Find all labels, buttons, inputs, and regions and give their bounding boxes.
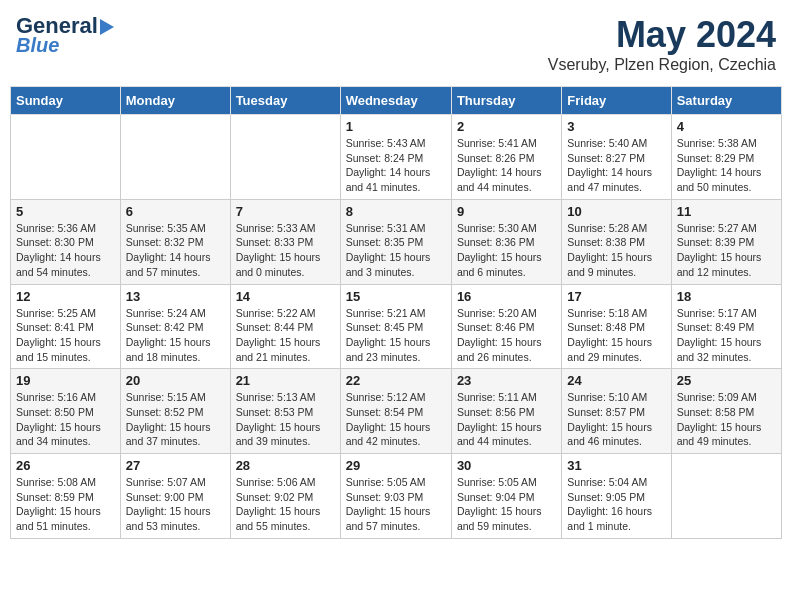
day-info: Sunrise: 5:07 AMSunset: 9:00 PMDaylight:… <box>126 475 225 534</box>
day-info: Sunrise: 5:18 AMSunset: 8:48 PMDaylight:… <box>567 306 665 365</box>
day-info: Sunrise: 5:06 AMSunset: 9:02 PMDaylight:… <box>236 475 335 534</box>
day-number: 23 <box>457 373 556 388</box>
day-info: Sunrise: 5:27 AMSunset: 8:39 PMDaylight:… <box>677 221 776 280</box>
calendar-cell: 19Sunrise: 5:16 AMSunset: 8:50 PMDayligh… <box>11 369 121 454</box>
day-number: 26 <box>16 458 115 473</box>
day-number: 5 <box>16 204 115 219</box>
calendar-cell: 8Sunrise: 5:31 AMSunset: 8:35 PMDaylight… <box>340 199 451 284</box>
calendar-week-row: 5Sunrise: 5:36 AMSunset: 8:30 PMDaylight… <box>11 199 782 284</box>
title-block: May 2024 Vseruby, Plzen Region, Czechia <box>548 14 776 74</box>
calendar-header-row: Sunday Monday Tuesday Wednesday Thursday… <box>11 87 782 115</box>
day-info: Sunrise: 5:33 AMSunset: 8:33 PMDaylight:… <box>236 221 335 280</box>
calendar-cell: 4Sunrise: 5:38 AMSunset: 8:29 PMDaylight… <box>671 115 781 200</box>
day-number: 27 <box>126 458 225 473</box>
day-info: Sunrise: 5:41 AMSunset: 8:26 PMDaylight:… <box>457 136 556 195</box>
day-number: 3 <box>567 119 665 134</box>
day-number: 8 <box>346 204 446 219</box>
calendar-cell: 17Sunrise: 5:18 AMSunset: 8:48 PMDayligh… <box>562 284 671 369</box>
calendar-cell: 22Sunrise: 5:12 AMSunset: 8:54 PMDayligh… <box>340 369 451 454</box>
day-info: Sunrise: 5:05 AMSunset: 9:04 PMDaylight:… <box>457 475 556 534</box>
day-info: Sunrise: 5:21 AMSunset: 8:45 PMDaylight:… <box>346 306 446 365</box>
day-number: 15 <box>346 289 446 304</box>
calendar-cell: 21Sunrise: 5:13 AMSunset: 8:53 PMDayligh… <box>230 369 340 454</box>
day-number: 31 <box>567 458 665 473</box>
day-number: 29 <box>346 458 446 473</box>
calendar-cell: 31Sunrise: 5:04 AMSunset: 9:05 PMDayligh… <box>562 454 671 539</box>
day-number: 1 <box>346 119 446 134</box>
day-info: Sunrise: 5:38 AMSunset: 8:29 PMDaylight:… <box>677 136 776 195</box>
logo: General Blue <box>16 14 114 56</box>
header-tuesday: Tuesday <box>230 87 340 115</box>
calendar-cell: 15Sunrise: 5:21 AMSunset: 8:45 PMDayligh… <box>340 284 451 369</box>
calendar-cell <box>11 115 121 200</box>
calendar-cell: 26Sunrise: 5:08 AMSunset: 8:59 PMDayligh… <box>11 454 121 539</box>
header-monday: Monday <box>120 87 230 115</box>
calendar-cell: 12Sunrise: 5:25 AMSunset: 8:41 PMDayligh… <box>11 284 121 369</box>
calendar-cell: 1Sunrise: 5:43 AMSunset: 8:24 PMDaylight… <box>340 115 451 200</box>
day-info: Sunrise: 5:16 AMSunset: 8:50 PMDaylight:… <box>16 390 115 449</box>
calendar-cell: 25Sunrise: 5:09 AMSunset: 8:58 PMDayligh… <box>671 369 781 454</box>
calendar-cell: 9Sunrise: 5:30 AMSunset: 8:36 PMDaylight… <box>451 199 561 284</box>
day-info: Sunrise: 5:17 AMSunset: 8:49 PMDaylight:… <box>677 306 776 365</box>
day-info: Sunrise: 5:40 AMSunset: 8:27 PMDaylight:… <box>567 136 665 195</box>
day-number: 30 <box>457 458 556 473</box>
day-number: 12 <box>16 289 115 304</box>
calendar-cell: 24Sunrise: 5:10 AMSunset: 8:57 PMDayligh… <box>562 369 671 454</box>
header-sunday: Sunday <box>11 87 121 115</box>
calendar-cell: 30Sunrise: 5:05 AMSunset: 9:04 PMDayligh… <box>451 454 561 539</box>
day-info: Sunrise: 5:05 AMSunset: 9:03 PMDaylight:… <box>346 475 446 534</box>
day-number: 17 <box>567 289 665 304</box>
calendar-cell: 11Sunrise: 5:27 AMSunset: 8:39 PMDayligh… <box>671 199 781 284</box>
calendar-cell: 5Sunrise: 5:36 AMSunset: 8:30 PMDaylight… <box>11 199 121 284</box>
calendar-week-row: 26Sunrise: 5:08 AMSunset: 8:59 PMDayligh… <box>11 454 782 539</box>
day-number: 13 <box>126 289 225 304</box>
location: Vseruby, Plzen Region, Czechia <box>548 56 776 74</box>
page-header: General Blue May 2024 Vseruby, Plzen Reg… <box>10 10 782 78</box>
calendar-cell: 18Sunrise: 5:17 AMSunset: 8:49 PMDayligh… <box>671 284 781 369</box>
day-number: 21 <box>236 373 335 388</box>
day-number: 19 <box>16 373 115 388</box>
day-info: Sunrise: 5:04 AMSunset: 9:05 PMDaylight:… <box>567 475 665 534</box>
day-number: 4 <box>677 119 776 134</box>
day-info: Sunrise: 5:09 AMSunset: 8:58 PMDaylight:… <box>677 390 776 449</box>
day-number: 20 <box>126 373 225 388</box>
day-info: Sunrise: 5:08 AMSunset: 8:59 PMDaylight:… <box>16 475 115 534</box>
calendar-cell <box>230 115 340 200</box>
day-number: 11 <box>677 204 776 219</box>
day-number: 28 <box>236 458 335 473</box>
calendar-cell <box>671 454 781 539</box>
day-info: Sunrise: 5:13 AMSunset: 8:53 PMDaylight:… <box>236 390 335 449</box>
calendar-cell: 14Sunrise: 5:22 AMSunset: 8:44 PMDayligh… <box>230 284 340 369</box>
calendar-cell: 23Sunrise: 5:11 AMSunset: 8:56 PMDayligh… <box>451 369 561 454</box>
month-year: May 2024 <box>548 14 776 56</box>
day-number: 18 <box>677 289 776 304</box>
header-friday: Friday <box>562 87 671 115</box>
day-number: 9 <box>457 204 556 219</box>
day-info: Sunrise: 5:24 AMSunset: 8:42 PMDaylight:… <box>126 306 225 365</box>
day-info: Sunrise: 5:11 AMSunset: 8:56 PMDaylight:… <box>457 390 556 449</box>
calendar-cell: 10Sunrise: 5:28 AMSunset: 8:38 PMDayligh… <box>562 199 671 284</box>
calendar-cell: 27Sunrise: 5:07 AMSunset: 9:00 PMDayligh… <box>120 454 230 539</box>
day-info: Sunrise: 5:25 AMSunset: 8:41 PMDaylight:… <box>16 306 115 365</box>
header-wednesday: Wednesday <box>340 87 451 115</box>
day-info: Sunrise: 5:20 AMSunset: 8:46 PMDaylight:… <box>457 306 556 365</box>
day-number: 14 <box>236 289 335 304</box>
logo-text2: Blue <box>16 34 59 56</box>
day-info: Sunrise: 5:36 AMSunset: 8:30 PMDaylight:… <box>16 221 115 280</box>
calendar-cell: 20Sunrise: 5:15 AMSunset: 8:52 PMDayligh… <box>120 369 230 454</box>
calendar-cell: 29Sunrise: 5:05 AMSunset: 9:03 PMDayligh… <box>340 454 451 539</box>
day-number: 25 <box>677 373 776 388</box>
calendar-table: Sunday Monday Tuesday Wednesday Thursday… <box>10 86 782 539</box>
day-info: Sunrise: 5:30 AMSunset: 8:36 PMDaylight:… <box>457 221 556 280</box>
day-number: 2 <box>457 119 556 134</box>
header-saturday: Saturday <box>671 87 781 115</box>
day-info: Sunrise: 5:15 AMSunset: 8:52 PMDaylight:… <box>126 390 225 449</box>
calendar-cell: 13Sunrise: 5:24 AMSunset: 8:42 PMDayligh… <box>120 284 230 369</box>
day-number: 10 <box>567 204 665 219</box>
calendar-week-row: 19Sunrise: 5:16 AMSunset: 8:50 PMDayligh… <box>11 369 782 454</box>
calendar-cell: 3Sunrise: 5:40 AMSunset: 8:27 PMDaylight… <box>562 115 671 200</box>
calendar-week-row: 12Sunrise: 5:25 AMSunset: 8:41 PMDayligh… <box>11 284 782 369</box>
day-number: 22 <box>346 373 446 388</box>
day-number: 6 <box>126 204 225 219</box>
day-number: 7 <box>236 204 335 219</box>
